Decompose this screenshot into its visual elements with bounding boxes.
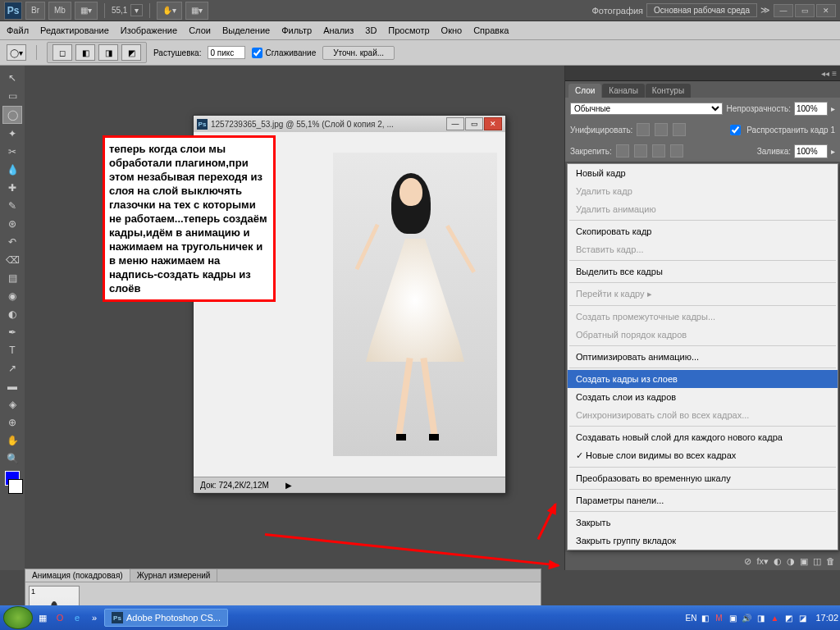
zoom-tool[interactable]: 🔍	[2, 450, 22, 467]
hand-tool[interactable]: ✋	[2, 432, 22, 449]
lock-move-icon[interactable]	[652, 144, 665, 158]
tray-icon-5[interactable]: ◨	[755, 612, 766, 623]
ql-ie-icon[interactable]: e	[70, 610, 84, 625]
type-tool[interactable]: T	[2, 342, 22, 358]
menu-select[interactable]: Выделение	[222, 25, 270, 35]
healing-tool[interactable]: ✚	[2, 180, 22, 196]
doc-titlebar[interactable]: Ps 1257239365_53.jpg @ 55,1% (Слой 0 коп…	[194, 116, 505, 132]
screen-mode-btn[interactable]: ▦▾	[75, 2, 98, 20]
lock-trans-icon[interactable]	[616, 144, 629, 158]
menu-item[interactable]: Оптимизировать анимацию...	[568, 348, 838, 366]
trash-icon[interactable]: 🗑	[826, 556, 835, 566]
maximize-btn[interactable]: ▭	[795, 4, 815, 17]
brush-tool[interactable]: ✎	[2, 198, 22, 214]
unify-vis-icon[interactable]	[655, 123, 668, 136]
menu-item[interactable]: Выделить все кадры	[568, 262, 838, 281]
sel-sub-icon[interactable]: ◨	[98, 44, 118, 61]
pen-tool[interactable]: ✒	[2, 324, 22, 340]
menu-analysis[interactable]: Анализ	[323, 25, 354, 35]
tab-animation[interactable]: Анимация (покадровая)	[25, 569, 130, 582]
tray-icon-2[interactable]: M	[713, 612, 724, 623]
3d-tool[interactable]: ◈	[2, 396, 22, 413]
menu-file[interactable]: Файл	[7, 25, 29, 35]
sel-new-icon[interactable]: ◻	[52, 44, 72, 61]
ql-icon-1[interactable]: ▦	[35, 610, 50, 625]
marquee-tool[interactable]: ▭	[2, 88, 22, 104]
antialias-check[interactable]: Сглаживание	[252, 48, 316, 58]
group-icon[interactable]: ▣	[800, 556, 808, 567]
menu-item[interactable]: Закрыть	[568, 514, 838, 532]
tray-avira-icon[interactable]: ▲	[769, 612, 780, 623]
tray-icon-8[interactable]: ◪	[797, 612, 808, 623]
tab-layers[interactable]: Слои	[568, 84, 601, 98]
hand-tool-btn[interactable]: ✋▾	[157, 2, 182, 20]
tray-icon-1[interactable]: ◧	[699, 612, 710, 623]
menu-item[interactable]: Создавать новый слой для каждого нового …	[568, 428, 838, 446]
fill-input[interactable]	[794, 144, 828, 158]
top-btn-mb[interactable]: Mb	[48, 2, 71, 20]
workspace-more[interactable]: ≫	[760, 5, 770, 16]
menu-item[interactable]: Новые слои видимы во всех кадрах	[568, 446, 838, 465]
tab-measurement[interactable]: Журнал измерений	[130, 569, 218, 582]
start-button[interactable]	[3, 606, 33, 629]
eyedropper-tool[interactable]: 💧	[2, 162, 22, 178]
feather-input[interactable]	[208, 46, 245, 59]
move-tool[interactable]: ↖	[2, 70, 22, 86]
menu-item[interactable]: Новый кадр	[568, 164, 838, 182]
current-tool-icon[interactable]: ◯▾	[7, 44, 26, 61]
tray-icon-7[interactable]: ◩	[783, 612, 794, 623]
menu-item[interactable]: Создать кадры из слоев	[568, 370, 838, 388]
clock[interactable]: 17:02	[810, 613, 840, 623]
zoom-value[interactable]: 55,1	[112, 6, 127, 15]
ql-chevron[interactable]: »	[87, 610, 102, 625]
path-tool[interactable]: ↗	[2, 360, 22, 377]
fx-icon[interactable]: fx▾	[756, 556, 769, 567]
tab-paths[interactable]: Контуры	[646, 84, 691, 98]
menu-3d[interactable]: 3D	[365, 25, 377, 35]
refine-edge-btn[interactable]: Уточн. край...	[322, 46, 395, 60]
taskbar-photoshop[interactable]: Ps Adobe Photoshop CS...	[104, 609, 228, 627]
panel-collapse-bar[interactable]: ◂◂ ≡	[565, 66, 840, 81]
link-layers-icon[interactable]: ⊘	[744, 556, 751, 567]
propagate-check[interactable]	[730, 124, 741, 136]
arrange-btn[interactable]: ▦▾	[185, 2, 208, 20]
menu-view[interactable]: Просмотр	[388, 25, 429, 35]
menu-item[interactable]: Параметры панели...	[568, 491, 838, 509]
new-layer-icon[interactable]: ◫	[813, 556, 821, 567]
unify-style-icon[interactable]	[673, 123, 686, 136]
doc-close[interactable]: ✕	[484, 117, 502, 130]
menu-item[interactable]: Скопировать кадр	[568, 222, 838, 240]
wand-tool[interactable]: ✦	[2, 126, 22, 142]
menu-item[interactable]: Закрыть группу вкладок	[568, 532, 838, 550]
background-color[interactable]	[8, 479, 23, 494]
dodge-tool[interactable]: ◐	[2, 306, 22, 322]
lock-all-icon[interactable]	[670, 144, 683, 158]
opacity-input[interactable]	[794, 102, 828, 116]
sel-intersect-icon[interactable]: ◩	[121, 44, 141, 61]
crop-tool[interactable]: ✂	[2, 144, 22, 160]
tab-channels[interactable]: Каналы	[602, 84, 645, 98]
doc-maximize[interactable]: ▭	[465, 117, 483, 130]
3d-camera-tool[interactable]: ⊕	[2, 414, 22, 431]
lang-indicator[interactable]: EN	[686, 614, 697, 623]
menu-edit[interactable]: Редактирование	[40, 25, 109, 35]
tray-icon-3[interactable]: ▣	[727, 612, 738, 623]
menu-window[interactable]: Окно	[441, 25, 463, 35]
top-btn-br[interactable]: Br	[25, 2, 45, 20]
color-swatches[interactable]	[0, 471, 25, 494]
mask-icon[interactable]: ◐	[774, 556, 782, 567]
tray-volume-icon[interactable]: 🔊	[741, 612, 752, 623]
menu-item[interactable]: Создать слои из кадров	[568, 388, 838, 406]
workspace-badge[interactable]: Основная рабочая среда	[646, 3, 757, 17]
eraser-tool[interactable]: ⌫	[2, 252, 22, 268]
doc-status-arrow[interactable]: ▶	[285, 481, 292, 490]
blur-tool[interactable]: ◉	[2, 288, 22, 304]
gradient-tool[interactable]: ▤	[2, 270, 22, 286]
menu-layer[interactable]: Слои	[189, 25, 211, 35]
sel-add-icon[interactable]: ◧	[75, 44, 95, 61]
menu-help[interactable]: Справка	[473, 25, 509, 35]
zoom-dropdown[interactable]: ▾	[130, 4, 143, 16]
stamp-tool[interactable]: ⊛	[2, 216, 22, 232]
close-btn[interactable]: ✕	[816, 4, 836, 17]
minimize-btn[interactable]: —	[774, 4, 793, 17]
